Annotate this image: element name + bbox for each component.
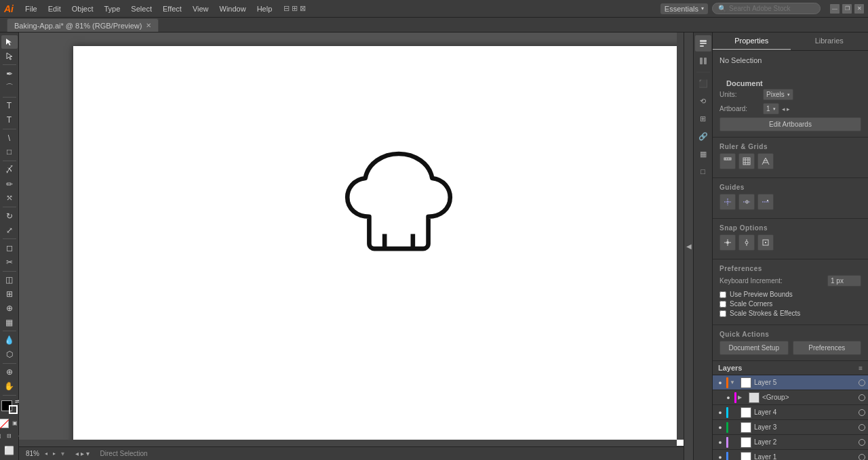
pen-tool[interactable]: ✒ xyxy=(1,67,18,81)
layer-target-circle[interactable] xyxy=(859,454,865,461)
menu-edit[interactable]: Edit xyxy=(43,3,66,14)
layer-target-circle[interactable] xyxy=(859,409,865,416)
menu-help[interactable]: Help xyxy=(252,3,277,14)
eraser-tool[interactable]: ◻ xyxy=(1,241,18,255)
show-rulers-btn[interactable] xyxy=(719,153,736,169)
properties-icon[interactable] xyxy=(695,35,711,51)
selection-tool[interactable] xyxy=(1,35,18,49)
tab-close-icon[interactable]: ✕ xyxy=(146,22,151,29)
menu-window[interactable]: Window xyxy=(215,3,251,14)
close-button[interactable]: ✕ xyxy=(854,4,864,14)
layers-options-icon[interactable]: ≡ xyxy=(859,364,863,372)
scale-corners-checkbox[interactable] xyxy=(719,301,726,308)
none-color[interactable] xyxy=(0,419,9,428)
scale-strokes-checkbox[interactable] xyxy=(719,310,726,317)
layer-row[interactable]: ● Layer 4 xyxy=(713,405,868,420)
layer-row[interactable]: ● ▶ <Group> xyxy=(713,390,868,405)
paintbrush-tool[interactable]: 〆 xyxy=(1,163,18,177)
curvature-tool[interactable]: ⌒ xyxy=(1,81,18,95)
artboard-prev-arrow[interactable]: ◂ xyxy=(782,106,785,112)
vertical-type-tool[interactable]: T xyxy=(1,113,18,127)
snap-to-point-btn[interactable] xyxy=(738,234,755,251)
direct-selection-tool[interactable] xyxy=(1,49,18,63)
transform-icon[interactable]: ⟲ xyxy=(695,93,711,109)
layer-visibility-toggle[interactable]: ● xyxy=(715,378,725,388)
layer-expand-toggle[interactable]: ▼ xyxy=(730,379,738,385)
menu-type[interactable]: Type xyxy=(100,3,125,14)
artboard-dropdown[interactable]: 1 ▾ xyxy=(763,103,779,114)
show-grid-btn[interactable] xyxy=(738,153,755,169)
stroke-color[interactable] xyxy=(9,405,18,414)
layer-visibility-toggle[interactable]: ● xyxy=(715,453,725,461)
tab-libraries[interactable]: Libraries xyxy=(791,33,869,50)
layer-visibility-toggle[interactable]: ● xyxy=(715,408,725,417)
artboard-tool[interactable]: ⬜ xyxy=(1,444,18,458)
rect-tool[interactable]: □ xyxy=(1,146,18,159)
zoom-tool[interactable]: ⊕ xyxy=(1,366,18,379)
gradient-tool[interactable]: ◫ xyxy=(1,274,18,287)
restore-button[interactable]: ❐ xyxy=(842,4,852,14)
chart-tool[interactable]: ▦ xyxy=(1,316,18,329)
zoom-arrow-right[interactable]: ▸ xyxy=(53,451,56,457)
layer-target-circle[interactable] xyxy=(859,424,865,431)
scale-tool[interactable]: ⤢ xyxy=(1,224,18,237)
layer-row[interactable]: ● Layer 3 xyxy=(713,420,868,435)
rotate-tool[interactable]: ↻ xyxy=(1,209,18,223)
layer-target-circle[interactable] xyxy=(859,394,865,401)
panel-collapse-toggle[interactable]: ◀ xyxy=(684,33,693,460)
screen-mode-icon[interactable]: ▣ xyxy=(0,432,3,441)
layer-expand-toggle[interactable]: ▶ xyxy=(738,394,746,400)
layer-target-circle[interactable] xyxy=(859,439,865,446)
libraries-icon[interactable] xyxy=(695,53,711,69)
menu-select[interactable]: Select xyxy=(126,3,157,14)
menu-file[interactable]: File xyxy=(20,3,42,14)
menu-effect[interactable]: Effect xyxy=(158,3,186,14)
pencil-tool[interactable]: ✏ xyxy=(1,177,18,191)
eyedropper-tool[interactable]: 💧 xyxy=(1,333,18,347)
layer-row[interactable]: ● ▼ Layer 5 xyxy=(713,375,868,390)
preferences-button[interactable]: Preferences xyxy=(793,341,862,355)
gradient-swatch[interactable]: ▣ xyxy=(10,419,20,428)
canvas-area[interactable] xyxy=(19,33,684,446)
layer-visibility-toggle[interactable]: ● xyxy=(724,393,733,402)
zoom-dropdown-arrow[interactable]: ▾ xyxy=(61,450,64,457)
snap-to-grid-btn[interactable] xyxy=(719,234,736,251)
show-perspective-grid-btn[interactable] xyxy=(757,153,774,169)
type-tool[interactable]: T xyxy=(1,100,18,113)
edit-artboards-button[interactable]: Edit Artboards xyxy=(719,117,861,131)
lock-guides-btn[interactable] xyxy=(738,194,755,210)
horizontal-scrollbar[interactable] xyxy=(19,440,677,446)
scissors-tool[interactable]: ✂ xyxy=(1,255,18,269)
show-guides-btn[interactable] xyxy=(719,194,736,210)
keyboard-increment-input[interactable] xyxy=(827,275,861,287)
search-input[interactable] xyxy=(729,5,810,12)
artboards-icon[interactable]: □ xyxy=(695,163,711,180)
layer-row[interactable]: ● Layer 2 xyxy=(713,435,868,450)
zoom-arrow-left[interactable]: ◂ xyxy=(45,451,47,457)
blend-tool[interactable]: ⬡ xyxy=(1,348,18,361)
document-setup-button[interactable]: Document Setup xyxy=(719,341,789,355)
layers-icon[interactable]: ▦ xyxy=(695,146,711,162)
units-dropdown[interactable]: Pixels ▾ xyxy=(763,89,793,100)
mesh-tool[interactable]: ⊞ xyxy=(1,287,18,301)
screen-mode2-icon[interactable]: ⊟ xyxy=(5,432,14,441)
vertical-scrollbar[interactable] xyxy=(677,33,684,440)
artboard-next-arrow[interactable]: ▸ xyxy=(787,106,790,112)
tab-properties[interactable]: Properties xyxy=(713,33,791,50)
links-icon[interactable]: 🔗 xyxy=(695,128,711,144)
shaper-tool[interactable]: ⤲ xyxy=(1,192,18,205)
shape-builder-tool[interactable]: ⊕ xyxy=(1,301,18,315)
minimize-button[interactable]: — xyxy=(830,4,840,14)
menu-view[interactable]: View xyxy=(188,3,214,14)
hand-tool[interactable]: ✋ xyxy=(1,379,18,393)
layer-target-circle[interactable] xyxy=(859,379,865,386)
snap-to-pixel-btn[interactable] xyxy=(757,234,774,251)
clear-guides-btn[interactable] xyxy=(757,194,774,210)
workspace-selector[interactable]: Essentials ▾ xyxy=(660,3,708,14)
layer-visibility-toggle[interactable]: ● xyxy=(715,438,725,447)
document-tab[interactable]: Baking-App.ai* @ 81% (RGB/Preview) ✕ xyxy=(7,18,159,32)
pathfinder-icon[interactable]: ⊞ xyxy=(695,110,711,127)
use-preview-bounds-checkbox[interactable] xyxy=(719,291,726,298)
align-icon[interactable]: ⬛ xyxy=(695,75,711,91)
menu-object[interactable]: Object xyxy=(67,3,98,14)
